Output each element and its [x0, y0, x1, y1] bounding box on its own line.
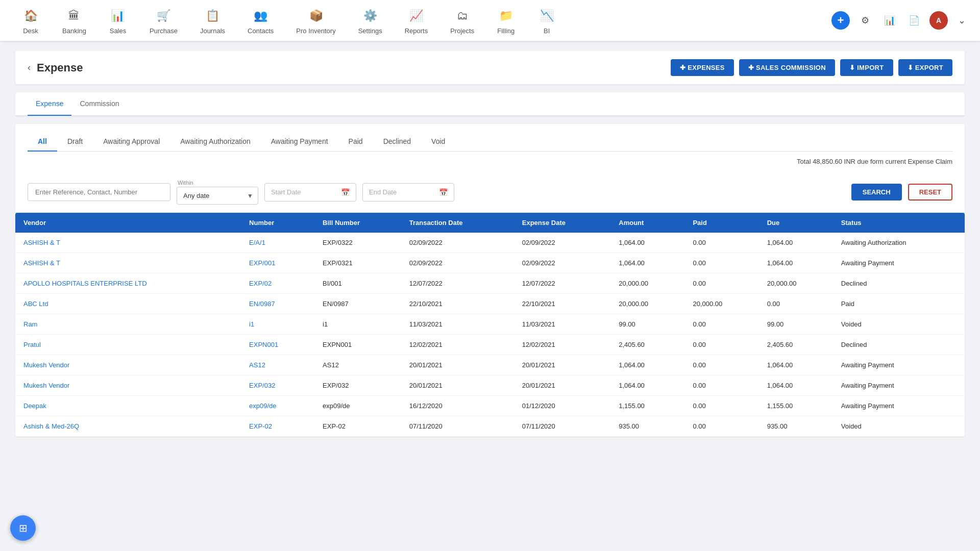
import-button[interactable]: ⬇ IMPORT: [840, 59, 893, 76]
cell-number-9[interactable]: EXP-02: [241, 416, 314, 437]
vendor-link-4[interactable]: Ram: [23, 320, 37, 328]
filter-tab-awaiting-authorization[interactable]: Awaiting Authorization: [170, 132, 261, 152]
tab-commission[interactable]: Commission: [71, 92, 127, 116]
filter-tab-awaiting-payment[interactable]: Awaiting Payment: [261, 132, 338, 152]
search-input[interactable]: [28, 183, 170, 201]
nav-item-settings[interactable]: ⚙️ Settings: [347, 2, 394, 40]
cell-bill-number-2: BI/001: [314, 273, 401, 294]
cell-vendor-9[interactable]: Ashish & Med-26Q: [15, 416, 241, 437]
search-button[interactable]: SEARCH: [851, 184, 902, 201]
export-button[interactable]: ⬇ EXPORT: [898, 59, 952, 76]
cell-number-1[interactable]: EXP/001: [241, 253, 314, 273]
settings-gear-button[interactable]: ⚙: [856, 11, 874, 30]
table-row[interactable]: Pratul EXPN001 EXPN001 12/02/2021 12/02/…: [15, 335, 965, 355]
table-row[interactable]: Ashish & Med-26Q EXP-02 EXP-02 07/11/202…: [15, 416, 965, 437]
number-link-0[interactable]: E/A/1: [249, 239, 265, 246]
number-link-3[interactable]: EN/0987: [249, 300, 275, 308]
number-link-9[interactable]: EXP-02: [249, 422, 272, 430]
nav-item-contacts[interactable]: 👥 Contacts: [236, 2, 285, 40]
sales-commission-button[interactable]: ✚ SALES COMMISSION: [739, 59, 835, 76]
cell-vendor-6[interactable]: Mukesh Vendor: [15, 355, 241, 375]
page-header: ‹ Expense ✚ EXPENSES ✚ SALES COMMISSION …: [15, 51, 965, 84]
nav-item-projects[interactable]: 🗂 Projects: [439, 2, 485, 40]
vendor-link-6[interactable]: Mukesh Vendor: [23, 361, 69, 369]
cell-number-0[interactable]: E/A/1: [241, 233, 314, 253]
cell-vendor-8[interactable]: Deepak: [15, 396, 241, 416]
back-button[interactable]: ‹: [28, 62, 31, 73]
vendor-link-0[interactable]: ASHISH & T: [23, 239, 60, 246]
nav-item-bi[interactable]: 📉 BI: [526, 2, 567, 40]
filter-tab-paid[interactable]: Paid: [338, 132, 373, 152]
expenses-button[interactable]: ✚ EXPENSES: [671, 59, 734, 76]
filter-section: All Draft Awaiting Approval Awaiting Aut…: [15, 124, 965, 213]
start-date-input[interactable]: Start Date 📅: [264, 183, 356, 202]
filter-tab-draft[interactable]: Draft: [57, 132, 93, 152]
nav-chevron-button[interactable]: ⌄: [954, 11, 970, 30]
cell-number-7[interactable]: EXP/032: [241, 375, 314, 396]
number-link-5[interactable]: EXPN001: [249, 341, 278, 348]
filter-tab-awaiting-approval[interactable]: Awaiting Approval: [93, 132, 170, 152]
number-link-4[interactable]: i1: [249, 320, 254, 328]
filter-tab-all[interactable]: All: [28, 132, 57, 152]
table-row[interactable]: ABC Ltd EN/0987 EN/0987 22/10/2021 22/10…: [15, 294, 965, 314]
cell-vendor-3[interactable]: ABC Ltd: [15, 294, 241, 314]
nav-item-banking[interactable]: 🏛 Banking: [51, 2, 97, 40]
tab-expense[interactable]: Expense: [28, 92, 71, 116]
number-link-1[interactable]: EXP/001: [249, 259, 275, 267]
cell-vendor-7[interactable]: Mukesh Vendor: [15, 375, 241, 396]
cell-vendor-5[interactable]: Pratul: [15, 335, 241, 355]
number-link-6[interactable]: AS12: [249, 361, 265, 369]
cell-number-4[interactable]: i1: [241, 314, 314, 335]
nav-item-desk[interactable]: 🏠 Desk: [10, 2, 51, 40]
table-row[interactable]: ASHISH & T EXP/001 EXP/0321 02/09/2022 0…: [15, 253, 965, 273]
reset-button[interactable]: RESET: [908, 184, 952, 201]
vendor-link-1[interactable]: ASHISH & T: [23, 259, 60, 267]
vendor-link-5[interactable]: Pratul: [23, 341, 41, 348]
bottom-widget[interactable]: ⊞: [10, 515, 36, 541]
number-link-8[interactable]: exp09/de: [249, 402, 277, 410]
nav-item-purchase[interactable]: 🛒 Purchase: [138, 2, 189, 40]
vendor-link-3[interactable]: ABC Ltd: [23, 300, 48, 308]
cell-bill-number-0: EXP/0322: [314, 233, 401, 253]
vendor-link-9[interactable]: Ashish & Med-26Q: [23, 422, 79, 430]
cell-number-6[interactable]: AS12: [241, 355, 314, 375]
main-tabs: Expense Commission: [15, 92, 965, 116]
number-link-2[interactable]: EXP/02: [249, 280, 272, 287]
cell-number-2[interactable]: EXP/02: [241, 273, 314, 294]
col-number: Number: [241, 213, 314, 233]
vendor-link-2[interactable]: APOLLO HOSPITALS ENTERPRISE LTD: [23, 280, 147, 287]
end-date-placeholder: End Date: [369, 188, 397, 196]
number-link-7[interactable]: EXP/032: [249, 382, 275, 389]
table-row[interactable]: Ram i1 i1 11/03/2021 11/03/2021 99.00 0.…: [15, 314, 965, 335]
filter-tab-void[interactable]: Void: [421, 132, 455, 152]
cell-bill-number-6: AS12: [314, 355, 401, 375]
nav-item-journals[interactable]: 📋 Journals: [189, 2, 236, 40]
vendor-link-8[interactable]: Deepak: [23, 402, 46, 410]
add-button[interactable]: +: [831, 11, 850, 30]
nav-item-pro-inventory[interactable]: 📦 Pro Inventory: [285, 2, 347, 40]
table-row[interactable]: ASHISH & T E/A/1 EXP/0322 02/09/2022 02/…: [15, 233, 965, 253]
end-date-input[interactable]: End Date 📅: [362, 183, 454, 202]
cell-vendor-2[interactable]: APOLLO HOSPITALS ENTERPRISE LTD: [15, 273, 241, 294]
cell-number-8[interactable]: exp09/de: [241, 396, 314, 416]
vendor-link-7[interactable]: Mukesh Vendor: [23, 382, 69, 389]
user-avatar-button[interactable]: A: [929, 11, 948, 30]
filter-tab-declined[interactable]: Declined: [373, 132, 421, 152]
cell-vendor-0[interactable]: ASHISH & T: [15, 233, 241, 253]
cell-number-5[interactable]: EXPN001: [241, 335, 314, 355]
cell-vendor-4[interactable]: Ram: [15, 314, 241, 335]
excel-button[interactable]: 📊: [880, 11, 899, 30]
within-select[interactable]: Any date Today This Week This Month This…: [177, 187, 258, 205]
table-row[interactable]: Mukesh Vendor AS12 AS12 20/01/2021 20/01…: [15, 355, 965, 375]
nav-item-filling[interactable]: 📁 Filling: [485, 2, 526, 40]
cell-vendor-1[interactable]: ASHISH & T: [15, 253, 241, 273]
table-row[interactable]: APOLLO HOSPITALS ENTERPRISE LTD EXP/02 B…: [15, 273, 965, 294]
nav-item-reports[interactable]: 📈 Reports: [394, 2, 439, 40]
doc-button[interactable]: 📄: [905, 11, 923, 30]
table-row[interactable]: Mukesh Vendor EXP/032 EXP/032 20/01/2021…: [15, 375, 965, 396]
cell-paid-2: 0.00: [684, 273, 758, 294]
cell-number-3[interactable]: EN/0987: [241, 294, 314, 314]
page-title-area: ‹ Expense: [28, 61, 83, 74]
table-row[interactable]: Deepak exp09/de exp09/de 16/12/2020 01/1…: [15, 396, 965, 416]
nav-item-sales[interactable]: 📊 Sales: [97, 2, 138, 40]
